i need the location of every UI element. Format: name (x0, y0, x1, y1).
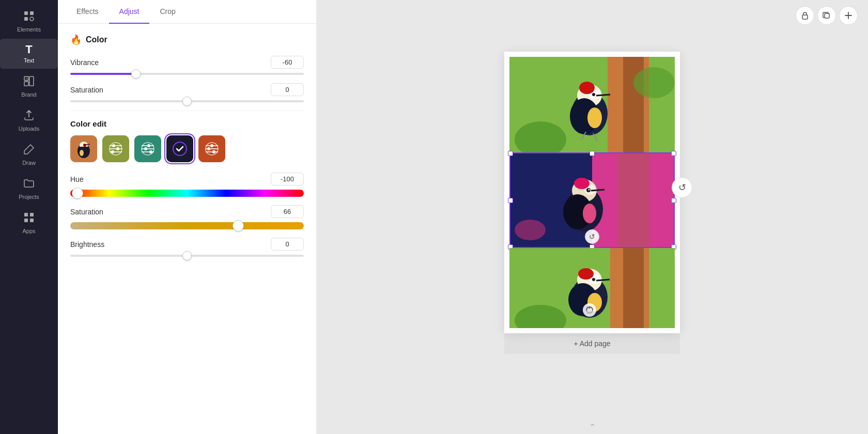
sidebar-item-draw[interactable]: Draw (0, 138, 58, 171)
sidebar-item-projects[interactable]: Projects (0, 172, 58, 205)
svg-rect-2 (24, 17, 28, 21)
vibrance-label: Vibrance (70, 58, 99, 67)
vibrance-value[interactable] (271, 56, 304, 69)
svg-line-60 (596, 95, 610, 96)
svg-point-61 (592, 93, 595, 96)
svg-point-86 (578, 268, 594, 280)
sidebar-item-apps[interactable]: Apps (0, 206, 58, 239)
rotate-canvas-button[interactable]: ↺ (672, 177, 692, 198)
add-page-bar[interactable]: + Add page (504, 333, 680, 354)
color-swatch-4[interactable] (166, 135, 193, 162)
svg-point-16 (80, 150, 84, 156)
sidebar-item-projects-label: Projects (19, 194, 39, 200)
svg-rect-35 (166, 135, 193, 162)
lock-button[interactable] (796, 6, 814, 25)
svg-text:©: © (25, 78, 28, 81)
svg-point-53 (633, 67, 675, 98)
svg-rect-45 (802, 15, 808, 19)
svg-point-30 (147, 144, 150, 147)
sidebar-item-brand[interactable]: © Brand (0, 70, 58, 103)
hue-row: Hue (70, 173, 304, 197)
sidebar-item-uploads[interactable]: Uploads (0, 104, 58, 137)
svg-point-89 (583, 303, 596, 317)
svg-point-26 (111, 150, 114, 153)
saturation-1-label: Saturation (70, 86, 103, 94)
brightness-slider-thumb[interactable] (182, 251, 192, 260)
color-swatch-3[interactable] (134, 135, 161, 162)
svg-point-22 (112, 144, 115, 147)
saturation-2-slider-track[interactable] (70, 222, 304, 229)
sidebar-item-elements[interactable]: Elements (0, 5, 58, 38)
color-swatch-5[interactable] (198, 135, 225, 162)
color-edit-section: Color edit (70, 119, 304, 162)
color-swatch-2[interactable] (102, 135, 129, 162)
sidebar-item-uploads-label: Uploads (19, 126, 39, 132)
canvas-document: ↺ (504, 21, 680, 354)
svg-point-3 (30, 17, 34, 21)
svg-rect-66 (618, 152, 649, 248)
svg-point-75 (588, 189, 590, 191)
svg-rect-10 (24, 219, 28, 222)
svg-line-87 (596, 280, 610, 281)
refresh-button[interactable]: ↺ (585, 229, 599, 244)
svg-rect-7 (29, 76, 34, 86)
bird-image-3[interactable] (509, 248, 675, 328)
svg-rect-0 (24, 11, 28, 15)
brightness-value[interactable] (271, 238, 304, 251)
svg-rect-79 (623, 248, 644, 328)
add-button[interactable] (839, 6, 858, 25)
brand-icon: © (23, 75, 35, 89)
saturation-1-slider-thumb[interactable] (182, 97, 192, 106)
top-toolbar (796, 6, 858, 25)
bird-image-1[interactable] (509, 57, 675, 152)
hue-value[interactable] (271, 173, 304, 185)
svg-rect-9 (30, 213, 34, 216)
saturation-2-label: Saturation (70, 208, 103, 216)
svg-point-57 (587, 107, 602, 128)
projects-icon (23, 177, 35, 192)
adjust-panel: Effects Adjust Crop 🔥 Color Vibrance Sat… (58, 0, 316, 434)
hue-slider-track[interactable] (70, 190, 304, 197)
svg-rect-8 (24, 213, 28, 216)
svg-point-70 (583, 204, 596, 223)
bottom-chevron-icon: ⌃ (589, 422, 596, 432)
tab-adjust[interactable]: Adjust (109, 0, 150, 24)
saturation-1-value[interactable] (271, 83, 304, 96)
color-section-title: Color (86, 35, 107, 44)
vibrance-slider-thumb[interactable] (131, 69, 141, 79)
svg-line-73 (591, 190, 605, 191)
svg-rect-1 (30, 11, 34, 15)
saturation-2-slider-thumb[interactable] (233, 220, 244, 231)
saturation-2-value[interactable] (271, 205, 304, 218)
tab-effects[interactable]: Effects (66, 0, 109, 24)
svg-point-34 (149, 150, 152, 153)
text-icon: T (25, 44, 32, 55)
svg-point-24 (116, 147, 119, 150)
svg-point-59 (579, 82, 595, 94)
canvas-area: ↺ (316, 0, 868, 434)
sidebar-item-apps-label: Apps (22, 228, 35, 234)
vibrance-row: Vibrance (70, 56, 304, 75)
color-section-header: 🔥 Color (70, 34, 304, 45)
panel-content: 🔥 Color Vibrance Saturation (58, 24, 316, 434)
saturation-2-row: Saturation (70, 205, 304, 229)
hue-slider-thumb[interactable] (72, 188, 83, 199)
brightness-slider-track[interactable] (70, 255, 304, 257)
svg-point-42 (207, 147, 210, 150)
color-swatch-1[interactable] (70, 135, 97, 162)
vibrance-slider-track[interactable] (70, 73, 304, 75)
svg-rect-11 (30, 219, 34, 222)
svg-point-88 (592, 278, 595, 281)
brightness-label: Brightness (70, 240, 104, 249)
svg-point-76 (515, 220, 546, 240)
saturation-1-slider-track[interactable] (70, 100, 304, 102)
divider-1 (70, 111, 304, 111)
elements-icon (23, 10, 35, 24)
tab-crop[interactable]: Crop (149, 0, 185, 24)
sidebar-item-draw-label: Draw (22, 160, 36, 166)
svg-rect-6 (24, 82, 28, 86)
color-edit-title: Color edit (70, 119, 304, 128)
copy-button[interactable] (817, 6, 836, 25)
hue-label: Hue (70, 175, 84, 183)
sidebar-item-text[interactable]: T Text (0, 39, 58, 69)
